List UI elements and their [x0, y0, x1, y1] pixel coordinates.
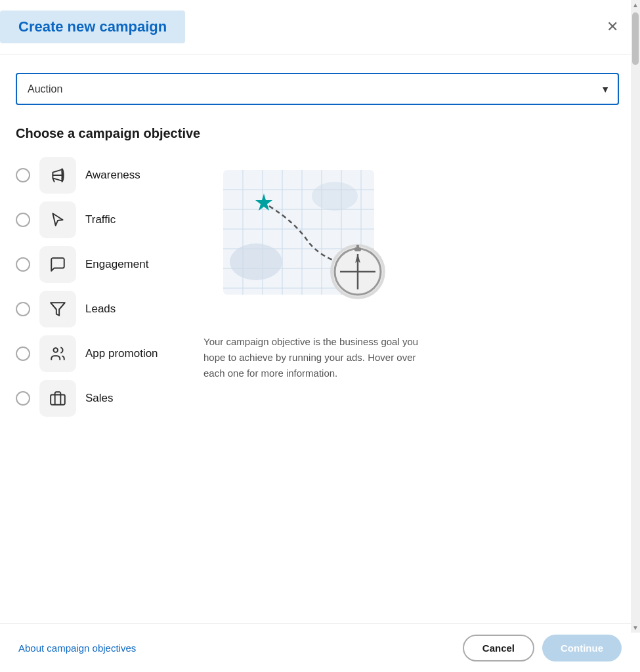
objectives-list: Awareness Traffic	[16, 157, 177, 417]
objective-item-leads[interactable]: Leads	[16, 291, 177, 327]
title-badge: Create new campaign	[0, 10, 185, 43]
megaphone-icon	[49, 167, 66, 184]
awareness-label: Awareness	[85, 169, 177, 182]
scrollbar[interactable]: ▲ ▼	[631, 0, 640, 633]
footer-buttons: Cancel Continue	[463, 635, 622, 662]
radio-app-promotion[interactable]	[16, 346, 30, 361]
cursor-icon	[49, 211, 66, 228]
section-title: Choose a campaign objective	[16, 126, 619, 141]
close-icon: ✕	[607, 18, 618, 35]
traffic-icon-box	[39, 201, 76, 238]
app-promotion-icon-box	[39, 335, 76, 372]
svg-point-17	[230, 243, 282, 280]
svg-rect-2	[51, 395, 65, 405]
create-campaign-dialog: Create new campaign ✕ Auction Reach and …	[0, 0, 640, 672]
people-icon	[49, 345, 66, 362]
about-campaign-objectives-link[interactable]: About campaign objectives	[18, 642, 136, 654]
engagement-icon-box	[39, 246, 76, 283]
campaign-type-select[interactable]: Auction Reach and frequency	[16, 73, 619, 105]
leads-icon-box	[39, 291, 76, 327]
briefcase-icon	[49, 390, 66, 407]
objective-description: Your campaign objective is the business …	[203, 334, 440, 381]
dialog-body: Auction Reach and frequency ▼ Choose a c…	[0, 54, 640, 623]
continue-button[interactable]: Continue	[542, 635, 622, 662]
objective-item-awareness[interactable]: Awareness	[16, 157, 177, 194]
chat-icon	[49, 256, 66, 273]
objective-item-app-promotion[interactable]: App promotion	[16, 335, 177, 372]
engagement-label: Engagement	[85, 258, 177, 271]
scroll-down-arrow-icon[interactable]: ▼	[631, 623, 640, 633]
svg-point-1	[54, 348, 58, 352]
objective-item-sales[interactable]: Sales	[16, 380, 177, 417]
campaign-objective-illustration	[203, 157, 414, 321]
scroll-up-arrow-icon[interactable]: ▲	[631, 0, 640, 10]
svg-rect-28	[356, 245, 359, 249]
objective-item-traffic[interactable]: Traffic	[16, 201, 177, 238]
close-button[interactable]: ✕	[601, 15, 624, 39]
dialog-header: Create new campaign ✕	[0, 0, 640, 54]
radio-awareness[interactable]	[16, 168, 30, 182]
objectives-layout: Awareness Traffic	[16, 157, 619, 417]
radio-engagement[interactable]	[16, 257, 30, 272]
cancel-button[interactable]: Cancel	[463, 635, 534, 662]
dialog-title: Create new campaign	[18, 18, 167, 35]
radio-leads[interactable]	[16, 302, 30, 316]
leads-label: Leads	[85, 303, 177, 316]
sales-icon-box	[39, 380, 76, 417]
filter-icon	[49, 301, 66, 318]
dialog-footer: About campaign objectives Cancel Continu…	[0, 623, 640, 672]
scrollbar-thumb[interactable]	[632, 12, 639, 65]
awareness-icon-box	[39, 157, 76, 194]
objectives-info: Your campaign objective is the business …	[203, 157, 619, 417]
objective-item-engagement[interactable]: Engagement	[16, 246, 177, 283]
app-promotion-label: App promotion	[85, 347, 177, 360]
svg-point-18	[312, 182, 358, 211]
traffic-label: Traffic	[85, 213, 177, 226]
radio-sales[interactable]	[16, 391, 30, 406]
campaign-type-dropdown-wrapper: Auction Reach and frequency ▼	[16, 73, 619, 105]
radio-traffic[interactable]	[16, 213, 30, 227]
sales-label: Sales	[85, 392, 177, 405]
svg-marker-0	[51, 303, 65, 316]
